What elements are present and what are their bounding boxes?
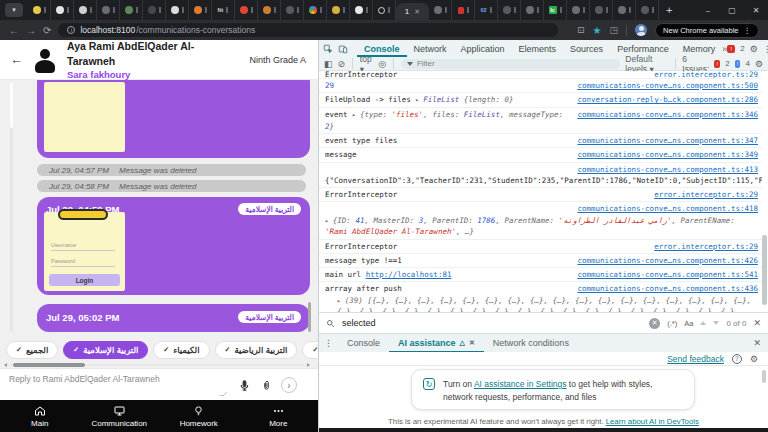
browser-tab[interactable] bbox=[590, 0, 613, 20]
clear-search-icon[interactable]: ✕ bbox=[649, 318, 660, 329]
browser-tab[interactable] bbox=[429, 0, 452, 20]
close-drawer-icon[interactable]: ✕ bbox=[753, 338, 768, 348]
ai-settings-gear-icon[interactable]: ⚙ bbox=[750, 354, 758, 364]
search-previous-icon[interactable] bbox=[700, 321, 706, 325]
browser-tab[interactable] bbox=[567, 0, 590, 20]
login-screenshot-card[interactable]: Username Password Login bbox=[44, 212, 125, 291]
learn-about-ai-link[interactable]: Learn about AI in DevTools bbox=[606, 417, 699, 426]
url-bar[interactable]: i localhost:8100/communications-conversa… bbox=[58, 23, 558, 37]
browser-tab[interactable] bbox=[373, 0, 396, 20]
mic-button[interactable] bbox=[236, 377, 252, 393]
browser-tab[interactable] bbox=[235, 0, 258, 20]
console-scrollbar-thumb[interactable] bbox=[762, 235, 767, 305]
minimize-button[interactable]: – bbox=[696, 0, 720, 20]
browser-tab[interactable] bbox=[51, 0, 74, 20]
help-icon[interactable]: ? bbox=[732, 354, 742, 364]
browser-tab[interactable] bbox=[28, 0, 51, 20]
console-source-link[interactable]: communications-conve…ns.component.ts:436 bbox=[577, 283, 758, 294]
browser-menu-kebab-icon[interactable]: ⋮ bbox=[744, 26, 752, 35]
clear-console-icon[interactable]: ⊘ bbox=[338, 59, 346, 69]
scroll-right-arrow[interactable] bbox=[307, 363, 310, 367]
browser-tab[interactable] bbox=[120, 0, 143, 20]
console-log[interactable]: error.interceptor.ts:29ErrorInterceptorc… bbox=[319, 71, 762, 312]
subject-chip[interactable]: الكيمياء✓ bbox=[153, 341, 209, 359]
scroll-left-arrow[interactable] bbox=[4, 363, 7, 367]
devtools-tab-network[interactable]: Network bbox=[407, 40, 454, 57]
right-scrollbar-thumb[interactable] bbox=[308, 302, 311, 332]
inspect-element-icon[interactable] bbox=[323, 44, 338, 54]
hscroll-thumb[interactable] bbox=[13, 363, 85, 367]
console-source-link[interactable]: conversation-reply-b…ck.component.ts:286 bbox=[577, 94, 758, 105]
console-source-link[interactable]: communications-conve…ns.component.ts:346 bbox=[577, 109, 758, 120]
drawer-tab-network-conditions[interactable]: Network conditions bbox=[484, 334, 578, 353]
browser-tab[interactable] bbox=[304, 0, 327, 20]
browser-tab[interactable] bbox=[521, 0, 544, 20]
browser-tab-active[interactable]: 1✕ bbox=[396, 3, 429, 20]
console-source-link[interactable]: error.interceptor.ts:29 bbox=[654, 71, 758, 79]
live-expression-eye-icon[interactable]: ◎ bbox=[378, 59, 386, 69]
devtools-tab-elements[interactable]: Elements bbox=[512, 40, 564, 57]
chips-horizontal-scrollbar[interactable] bbox=[4, 362, 310, 367]
profile-avatar[interactable] bbox=[635, 24, 647, 36]
chrome-update-button[interactable]: New Chrome available ⋮ bbox=[655, 23, 759, 38]
back-icon[interactable]: ← bbox=[9, 25, 19, 36]
close-tab-icon[interactable]: ✕ bbox=[414, 8, 420, 16]
console-source-link[interactable]: communications-conve…ns.component.ts:541 bbox=[577, 269, 758, 280]
match-case-toggle[interactable]: Aa bbox=[684, 319, 693, 328]
search-next-icon[interactable] bbox=[713, 321, 719, 325]
message-bubble-image[interactable] bbox=[37, 80, 310, 158]
console-source-link[interactable]: communications-conve…ns.component.ts:418 bbox=[577, 204, 758, 213]
browser-tab[interactable] bbox=[498, 0, 521, 20]
nav-item-main[interactable]: Main bbox=[0, 400, 80, 432]
login-button[interactable]: Login bbox=[49, 274, 120, 286]
reload-icon[interactable]: ⟳ bbox=[43, 25, 51, 36]
extensions-icon[interactable]: ◳ bbox=[610, 25, 619, 35]
back-button[interactable]: ← bbox=[10, 52, 23, 67]
console-source-link[interactable]: error.interceptor.ts:29 bbox=[654, 241, 758, 252]
console-source-link[interactable]: communications-conve…ns.component.ts:413 bbox=[577, 164, 758, 175]
browser-tab[interactable] bbox=[189, 0, 212, 20]
nav-item-homework[interactable]: Homework bbox=[159, 400, 239, 432]
left-scrollbar-thumb[interactable] bbox=[10, 82, 13, 128]
browser-tab[interactable] bbox=[636, 0, 659, 20]
drawer-kebab-icon[interactable]: ⋮ bbox=[319, 338, 338, 348]
site-info-icon[interactable]: i bbox=[67, 26, 75, 34]
nav-item-communication[interactable]: Communication bbox=[80, 400, 160, 432]
close-drawer-tab-icon[interactable]: ✕ bbox=[469, 339, 475, 347]
devtools-tab-application[interactable]: Application bbox=[454, 40, 512, 57]
drawer-tab-console[interactable]: Console bbox=[338, 334, 389, 353]
drawer-tab-ai-assistance[interactable]: AI assistance△✕ bbox=[389, 334, 484, 353]
console-settings-gear-icon[interactable]: ⚙ bbox=[755, 59, 763, 69]
maximize-button[interactable]: ▢ bbox=[720, 0, 744, 20]
nav-item-more[interactable]: More bbox=[239, 400, 319, 432]
console-filter-input[interactable]: Filter bbox=[401, 59, 620, 69]
browser-tab[interactable] bbox=[166, 0, 189, 20]
message-bubble[interactable]: Jul 29, 05:02 PM التربية الإسلامية bbox=[37, 304, 310, 332]
device-toolbar-icon[interactable] bbox=[338, 44, 353, 54]
console-object-preview[interactable]: ▸ {ID: 41, MasterID: 3, ParentID: 1786, … bbox=[325, 215, 758, 238]
reply-input[interactable]: Reply to Rami AbdElQader Al-Tarawneh bbox=[9, 374, 160, 384]
browser-tab[interactable]: 02 bbox=[475, 0, 498, 20]
browser-tab[interactable] bbox=[258, 0, 281, 20]
browser-tab[interactable]: Nt bbox=[212, 0, 235, 20]
subject-chip[interactable]: التربية الرياضية✓ bbox=[215, 341, 298, 359]
regex-toggle[interactable]: (.*) bbox=[667, 319, 677, 328]
forward-icon[interactable]: → bbox=[26, 25, 36, 36]
browser-tab[interactable] bbox=[613, 0, 636, 20]
browser-tab[interactable] bbox=[74, 0, 97, 20]
message-bubble-login-screenshot[interactable]: Jul 29, 04:59 PM التربية الإسلامية Usern… bbox=[37, 197, 310, 295]
console-source-link[interactable]: communications-conve…ns.component.ts:500 bbox=[577, 80, 758, 91]
tab-search-button[interactable]: ▾ bbox=[5, 3, 23, 17]
console-source-link[interactable]: error.interceptor.ts:29 bbox=[654, 189, 758, 200]
ai-panel-scrollbar-thumb[interactable] bbox=[762, 370, 766, 383]
devtools-kebab-icon[interactable]: ⋮ bbox=[763, 44, 768, 54]
subject-chip[interactable]: التربية المهنية✓ bbox=[302, 341, 318, 359]
search-query[interactable]: selected bbox=[342, 318, 376, 328]
attached-image[interactable] bbox=[44, 82, 125, 152]
new-tab-button[interactable]: + bbox=[666, 4, 672, 16]
browser-tab[interactable] bbox=[97, 0, 120, 20]
subject-chip[interactable]: الجميع✓ bbox=[6, 341, 58, 359]
devtools-tab-sources[interactable]: Sources bbox=[563, 40, 610, 57]
ai-settings-link[interactable]: AI assistance in Settings bbox=[474, 379, 567, 389]
close-search-icon[interactable]: ✕ bbox=[753, 318, 761, 328]
